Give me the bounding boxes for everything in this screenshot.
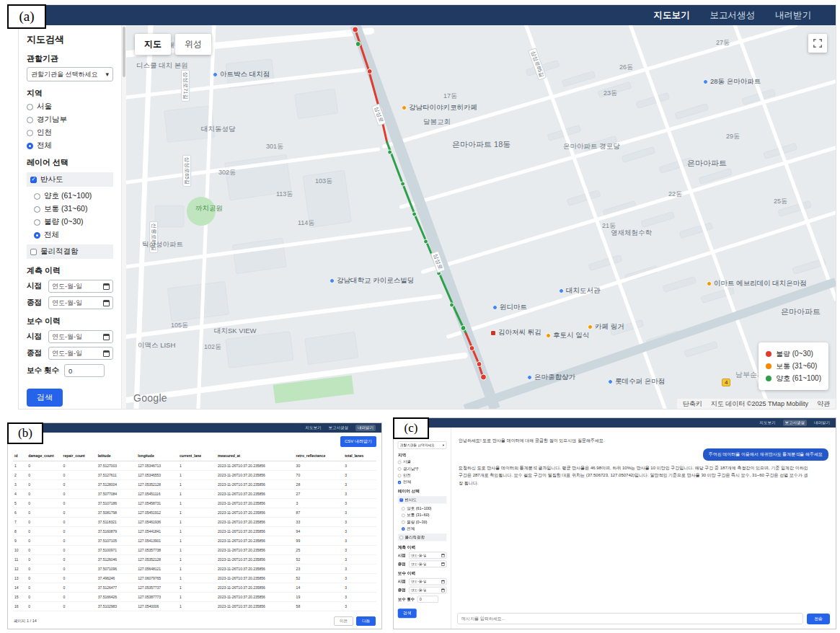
radio-icon <box>34 193 40 200</box>
table-cell: 4 <box>13 490 27 499</box>
table-cell: 3 <box>343 480 376 490</box>
table-cell: 25 <box>295 546 344 555</box>
radio-option[interactable]: 불량 (0~30) <box>402 519 446 524</box>
table-cell: 127.05387773 <box>136 593 178 602</box>
table-cell: 0 <box>62 518 97 527</box>
radio-option[interactable]: 보통 (31~60) <box>402 513 446 518</box>
table-cell: 0 <box>27 565 61 574</box>
agency-select[interactable]: 관할기관을 선택하세요 ▾ <box>398 441 447 448</box>
radio-option[interactable]: 양호 (61~100) <box>402 506 446 511</box>
table-row: 160037.5102983127.054000612023-11-26T10:… <box>13 602 376 611</box>
column-header: longitude <box>136 451 178 461</box>
shortcut-link[interactable]: 단축키 <box>683 399 702 409</box>
radio-option[interactable]: 전체 <box>34 230 113 240</box>
nav-item[interactable]: 내려받기 <box>355 425 376 431</box>
repair-end-date-input[interactable]: 연도-월-일 <box>409 587 446 593</box>
measure-start-label: 시점 <box>27 281 44 291</box>
radio-option[interactable]: 경기남부 <box>398 466 447 472</box>
table-cell: 1 <box>178 593 216 602</box>
measure-start-date-input[interactable]: 연도-월-일 <box>409 552 446 559</box>
table-cell: 3 <box>343 508 376 518</box>
table-cell: 0 <box>27 480 61 490</box>
send-button[interactable]: 전송 <box>807 614 830 624</box>
radio-icon <box>27 104 33 110</box>
layer-select-label: 레이어 선택 <box>398 488 447 494</box>
prev-page-button[interactable]: 이전 <box>334 616 353 626</box>
search-button[interactable]: 검색 <box>398 608 417 618</box>
radio-label: 보통 (31~60) <box>407 513 429 518</box>
table-cell: 14 <box>13 583 27 593</box>
terms-link[interactable]: 약관 <box>817 399 830 409</box>
nav-item[interactable]: 내려받기 <box>814 420 830 425</box>
sidebar-scrollbar[interactable] <box>121 25 126 409</box>
table-cell: 2023-11-26T10:37:20.235856 <box>216 508 295 518</box>
layer-reflectivity-checkbox[interactable]: ✓ 반사도 <box>27 172 113 187</box>
radio-option[interactable]: 인천 <box>398 473 447 478</box>
radio-option[interactable]: 서울 <box>398 459 447 464</box>
layer-reflectivity-checkbox[interactable]: ✓ 반사도 <box>398 496 447 503</box>
repair-start-date-input[interactable]: 연도-월-일 <box>48 330 113 343</box>
radio-option[interactable]: 보통 (31~60) <box>34 204 113 214</box>
satellite-mode-button[interactable]: 위성 <box>175 34 211 55</box>
defect-checkbox-label: 물리적결함 <box>40 247 79 257</box>
radio-label: 양호 (61~100) <box>407 506 431 511</box>
table-cell: 127.05352128 <box>136 555 178 565</box>
agency-select[interactable]: 관할기관을 선택하세요 ▾ <box>27 67 113 81</box>
table-cell: 127.05346713 <box>136 461 178 471</box>
table-cell: 0 <box>62 471 97 480</box>
checkbox-unchecked-icon <box>399 536 403 539</box>
table-cell: 0 <box>27 583 61 593</box>
physical-defect-checkbox[interactable]: 물리적결함 <box>398 534 447 541</box>
date-placeholder: 연도-월-일 <box>411 579 427 584</box>
table-cell: 2023-11-26T10:37:20.235856 <box>216 565 295 574</box>
table-cell: 3 <box>343 546 376 555</box>
table-row: 10037.5127003127.0534671312023-11-26T10:… <box>13 461 376 471</box>
table-cell: 0 <box>62 536 97 546</box>
nav-item[interactable]: 지도보기 <box>654 9 690 22</box>
measure-end-date-input[interactable]: 연도-월-일 <box>409 561 446 567</box>
radio-option[interactable]: 전체 <box>402 526 446 531</box>
table-row: 150037.5166426127.0538777312023-11-26T10… <box>13 593 376 602</box>
nav-item[interactable]: 지도보기 <box>306 425 322 430</box>
next-page-button[interactable]: 다음 <box>356 616 376 626</box>
pagination-bar: 페이지 1 / 14 이전 다음 <box>14 616 376 626</box>
repair-count-input[interactable] <box>64 364 105 377</box>
table-row: 80037.5160879127.0544184112023-11-26T10:… <box>13 527 376 536</box>
agency-select-value: 관할기관을 선택하세요 <box>400 443 435 448</box>
repair-start-date-input[interactable]: 연도-월-일 <box>409 578 446 585</box>
nav-item[interactable]: 보고서생성 <box>710 9 756 22</box>
radio-label: 전체 <box>44 230 59 240</box>
table-cell: 0 <box>62 480 97 490</box>
map-data-credit: 지도 데이터 ©2025 TMap Mobility <box>711 399 808 409</box>
table-cell: 15 <box>13 593 27 602</box>
measure-start-date-input[interactable]: 연도-월-일 <box>48 280 113 293</box>
table-cell: 127.05357738 <box>136 546 178 555</box>
date-placeholder: 연도-월-일 <box>411 562 427 567</box>
measure-end-date-input[interactable]: 연도-월-일 <box>48 296 113 309</box>
physical-defect-checkbox[interactable]: 물리적결함 <box>27 244 113 259</box>
table-cell: 0 <box>27 490 61 499</box>
radio-option[interactable]: 양호 (61~100) <box>34 191 113 201</box>
search-button[interactable]: 검색 <box>27 389 63 407</box>
radio-label: 경기남부 <box>403 466 419 472</box>
radio-option[interactable]: 서울 <box>27 102 113 112</box>
map-canvas[interactable]: 도곡로남부순환로삼성로삼성로삼성로85길삼성로71길삼성로65길선릉로86길아트… <box>126 25 836 409</box>
chat-input-row: 전송 <box>457 613 830 624</box>
chat-message-input[interactable] <box>457 613 803 624</box>
csv-download-button[interactable]: CSV 내려받기 <box>340 436 376 447</box>
repair-end-label: 종점 <box>398 588 407 593</box>
radio-option[interactable]: 불량 (0~30) <box>34 217 113 227</box>
nav-item[interactable]: 내려받기 <box>775 9 811 22</box>
nav-item[interactable]: 보고서생성 <box>783 420 808 426</box>
radio-option[interactable]: 인천 <box>27 128 113 138</box>
table-cell: 0 <box>27 499 61 508</box>
repair-count-input[interactable] <box>417 596 438 602</box>
nav-item[interactable]: 보고서생성 <box>329 425 349 430</box>
radio-option[interactable]: 전체 <box>398 479 447 484</box>
repair-end-date-input[interactable]: 연도-월-일 <box>48 347 113 360</box>
radio-option[interactable]: 경기남부 <box>27 115 113 125</box>
radio-option[interactable]: 전체 <box>27 141 113 151</box>
nav-item[interactable]: 지도보기 <box>760 420 776 425</box>
fullscreen-button[interactable] <box>808 34 827 53</box>
map-mode-button[interactable]: 지도 <box>135 34 171 55</box>
